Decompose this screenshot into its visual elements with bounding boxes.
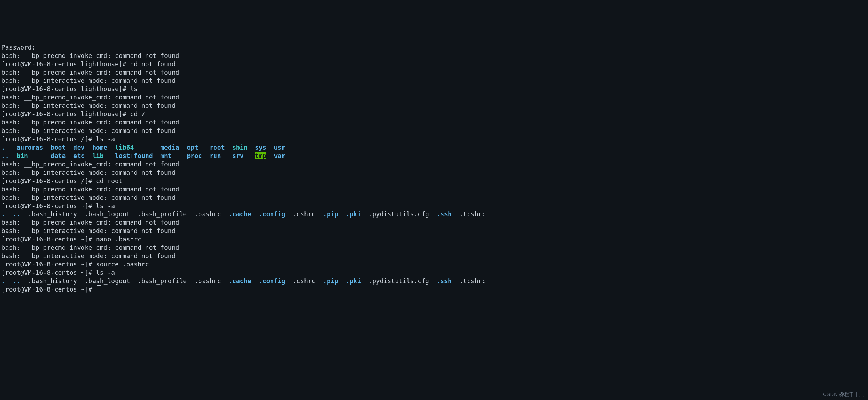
terminal-line: . auroras boot dev home lib64 media opt … [1, 143, 867, 152]
terminal-text [20, 277, 28, 285]
directory-name: media [160, 144, 179, 151]
directory-name: .cache [228, 210, 251, 218]
terminal-line: [root@VM-16-8-centos ~]# [1, 285, 867, 294]
terminal-text [84, 144, 92, 151]
terminal-text: bash: __bp_interactive_mode: command not… [1, 127, 176, 134]
terminal-text: .pydistutils.cfg [368, 277, 436, 285]
directory-name: . [1, 277, 5, 285]
terminal-text: bash: __bp_precmd_invoke_cmd: command no… [1, 119, 179, 126]
directory-name: .pip [323, 277, 338, 285]
directory-name: .ssh [436, 277, 451, 285]
directory-name: .. [13, 210, 21, 218]
terminal-text: .cshrc [293, 210, 323, 218]
terminal-text [338, 277, 346, 285]
terminal-line: bash: __bp_precmd_invoke_cmd: command no… [1, 118, 867, 127]
terminal-line: .. bin data etc lib lost+found mnt proc … [1, 152, 867, 160]
terminal-text [84, 152, 92, 159]
terminal-text [43, 144, 51, 151]
terminal-text: .tcshrc [459, 210, 486, 218]
terminal-line: bash: __bp_interactive_mode: command not… [1, 76, 867, 85]
terminal-line: . .. .bash_history .bash_logout .bash_pr… [1, 277, 867, 285]
directory-name: .config [259, 210, 285, 218]
terminal-line: bash: __bp_precmd_invoke_cmd: command no… [1, 68, 867, 77]
directory-name: boot [51, 144, 66, 151]
terminal-text: .bash_history .bash_logout .bash_profile… [28, 210, 228, 218]
directory-name: .. [1, 152, 9, 159]
terminal-text [5, 210, 13, 218]
terminal-line: [root@VM-16-8-centos ~]# source .bashrc [1, 260, 867, 269]
directory-name: .cache [228, 277, 251, 285]
terminal-text [9, 152, 17, 159]
terminal-line: [root@VM-16-8-centos lighthouse]# cd / [1, 110, 867, 118]
terminal-text [361, 210, 369, 218]
directory-name: data [51, 152, 66, 159]
terminal-text: bash: __bp_interactive_mode: command not… [1, 227, 176, 234]
terminal-text: bash: __bp_precmd_invoke_cmd: command no… [1, 52, 179, 59]
directory-name: .pip [323, 210, 338, 218]
directory-name: run [209, 152, 221, 159]
terminal-line: [root@VM-16-8-centos /]# cd root [1, 177, 867, 185]
terminal-text: [root@VM-16-8-centos lighthouse]# ls [1, 85, 138, 92]
terminal-text: [root@VM-16-8-centos ~]# nano .bashrc [1, 235, 141, 243]
terminal-line: bash: __bp_precmd_invoke_cmd: command no… [1, 218, 867, 227]
terminal-text [452, 210, 459, 218]
terminal-text: [root@VM-16-8-centos lighthouse]# nd not… [1, 60, 176, 68]
terminal-text [248, 144, 255, 151]
terminal-text [251, 277, 259, 285]
terminal-text: [root@VM-16-8-centos /]# ls -a [1, 135, 115, 143]
terminal-text [179, 144, 187, 151]
terminal-text: bash: __bp_precmd_invoke_cmd: command no… [1, 219, 179, 226]
terminal-text [285, 277, 293, 285]
terminal-text: [root@VM-16-8-centos lighthouse]# cd / [1, 110, 145, 118]
terminal-text [172, 152, 187, 159]
terminal-text: [root@VM-16-8-centos ~]# [1, 286, 96, 293]
terminal-text [251, 210, 259, 218]
terminal-text [20, 210, 28, 218]
terminal-line: bash: __bp_interactive_mode: command not… [1, 252, 867, 260]
terminal-text: bash: __bp_interactive_mode: command not… [1, 77, 176, 84]
symlink-name: sbin [232, 144, 247, 151]
terminal-text [28, 152, 51, 159]
terminal-line: bash: __bp_precmd_invoke_cmd: command no… [1, 93, 867, 101]
directory-name: home [92, 144, 107, 151]
cursor[interactable] [97, 285, 101, 293]
directory-name: proc [187, 152, 202, 159]
directory-name: opt [187, 144, 198, 151]
directory-name: .config [259, 277, 285, 285]
directory-name: . [1, 144, 5, 151]
terminal-text [225, 144, 233, 151]
terminal-text: bash: __bp_precmd_invoke_cmd: command no… [1, 69, 179, 76]
terminal-text: bash: __bp_interactive_mode: command not… [1, 102, 176, 109]
terminal-line: bash: __bp_interactive_mode: command not… [1, 168, 867, 177]
terminal-text: bash: __bp_precmd_invoke_cmd: command no… [1, 244, 179, 251]
terminal-text [452, 277, 459, 285]
terminal-text [285, 210, 293, 218]
terminal-line: bash: __bp_interactive_mode: command not… [1, 194, 867, 202]
terminal-text: Password: [1, 44, 36, 51]
terminal-line: . .. .bash_history .bash_logout .bash_pr… [1, 210, 867, 218]
terminal-text [134, 144, 160, 151]
terminal-output[interactable]: Password:bash: __bp_precmd_invoke_cmd: c… [0, 42, 868, 295]
terminal-line: Password: [1, 43, 867, 52]
directory-name: .. [13, 277, 21, 285]
terminal-text: [root@VM-16-8-centos /]# cd root [1, 177, 123, 184]
terminal-text [66, 152, 73, 159]
symlink-name: bin [16, 152, 28, 159]
terminal-line: [root@VM-16-8-centos ~]# ls -a [1, 202, 867, 210]
terminal-line: bash: __bp_interactive_mode: command not… [1, 101, 867, 110]
terminal-text: bash: __bp_interactive_mode: command not… [1, 194, 176, 201]
terminal-text: [root@VM-16-8-centos ~]# source .bashrc [1, 261, 149, 268]
terminal-text: bash: __bp_precmd_invoke_cmd: command no… [1, 186, 179, 193]
terminal-text: .pydistutils.cfg [368, 210, 436, 218]
directory-name: etc [73, 152, 85, 159]
sticky-dir-name: tmp [255, 152, 266, 159]
directory-name: srv [232, 152, 244, 159]
terminal-text: bash: __bp_interactive_mode: command not… [1, 252, 176, 259]
terminal-text: bash: __bp_precmd_invoke_cmd: command no… [1, 93, 179, 101]
terminal-text [108, 144, 115, 151]
terminal-text [153, 152, 161, 159]
terminal-text: .tcshrc [459, 277, 486, 285]
terminal-text [104, 152, 115, 159]
terminal-text: [root@VM-16-8-centos ~]# ls -a [1, 269, 115, 276]
terminal-text: bash: __bp_precmd_invoke_cmd: command no… [1, 160, 179, 168]
